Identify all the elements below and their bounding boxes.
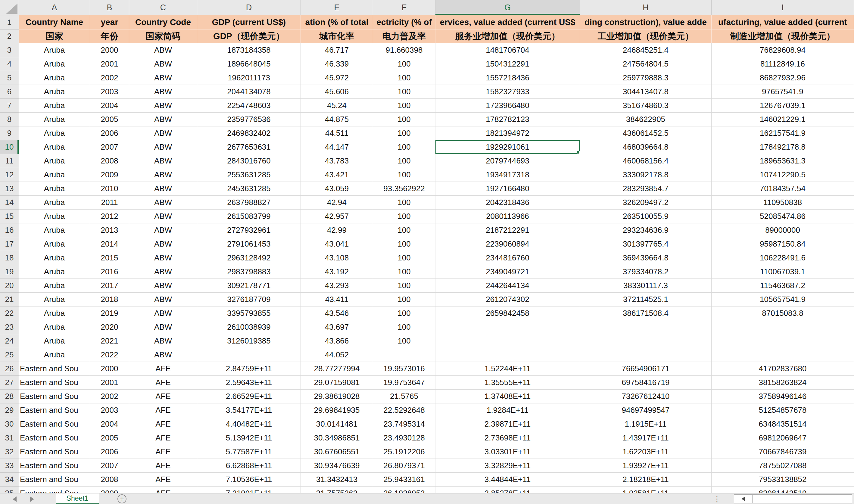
row-header-21[interactable]: 21 — [0, 293, 19, 306]
cell-D13[interactable]: 2453631285 — [197, 182, 301, 196]
cell-C3[interactable]: ABW — [129, 43, 197, 57]
cell-B20[interactable]: 2017 — [90, 279, 129, 293]
cell-I14[interactable]: 110950838 — [712, 196, 854, 210]
cell-E35[interactable]: 31.7575262 — [301, 487, 373, 493]
cell-E33[interactable]: 30.93476639 — [301, 459, 373, 473]
cell-G10[interactable]: 1929291061 — [435, 140, 580, 154]
cell-G19[interactable]: 2349049721 — [435, 265, 580, 279]
cell-E13[interactable]: 43.059 — [301, 182, 373, 196]
cell-D2[interactable]: GDP（现价美元） — [197, 30, 301, 43]
cell-C34[interactable]: AFE — [129, 473, 197, 487]
cell-C16[interactable]: ABW — [129, 223, 197, 237]
cell-G24[interactable] — [435, 334, 580, 348]
cell-C12[interactable]: ABW — [129, 168, 197, 182]
cell-D29[interactable]: 3.54177E+11 — [197, 403, 301, 417]
cell-B12[interactable]: 2009 — [90, 168, 129, 182]
cell-G8[interactable]: 1782782123 — [435, 113, 580, 126]
cell-I30[interactable]: 63484351514 — [712, 417, 854, 431]
cell-H30[interactable]: 1.1915E+11 — [580, 417, 712, 431]
cell-C1[interactable]: Country Code — [129, 15, 197, 30]
cell-I35[interactable]: 83981443519 — [712, 487, 854, 493]
cell-C15[interactable]: ABW — [129, 210, 197, 223]
cell-B10[interactable]: 2007 — [90, 140, 129, 154]
cell-B35[interactable]: 2009 — [90, 487, 129, 493]
cell-H11[interactable]: 460068156.4 — [580, 154, 712, 168]
cell-I7[interactable]: 126767039.1 — [712, 99, 854, 113]
cell-B9[interactable]: 2006 — [90, 126, 129, 140]
cell-A1[interactable]: Country Name — [19, 15, 90, 30]
cell-F7[interactable]: 100 — [373, 99, 435, 113]
cell-H22[interactable]: 386171508.4 — [580, 306, 712, 320]
cell-C21[interactable]: ABW — [129, 293, 197, 306]
cell-F24[interactable]: 100 — [373, 334, 435, 348]
cell-H29[interactable]: 94697499547 — [580, 403, 712, 417]
cell-C25[interactable]: ABW — [129, 348, 197, 362]
cell-H10[interactable]: 468039664.8 — [580, 140, 712, 154]
cell-C20[interactable]: ABW — [129, 279, 197, 293]
row-header-29[interactable]: 29 — [0, 403, 19, 417]
cell-E31[interactable]: 30.34986851 — [301, 431, 373, 445]
cell-G2[interactable]: 服务业增加值（现价美元） — [435, 30, 580, 43]
cell-E25[interactable]: 44.052 — [301, 348, 373, 362]
cell-F15[interactable]: 100 — [373, 210, 435, 223]
cell-I34[interactable]: 79533138852 — [712, 473, 854, 487]
cell-E14[interactable]: 42.94 — [301, 196, 373, 210]
cell-E2[interactable]: 城市化率 — [301, 30, 373, 43]
cell-C28[interactable]: AFE — [129, 390, 197, 403]
cell-E3[interactable]: 46.717 — [301, 43, 373, 57]
cell-E8[interactable]: 44.875 — [301, 113, 373, 126]
cell-B2[interactable]: 年份 — [90, 30, 129, 43]
cell-F11[interactable]: 100 — [373, 154, 435, 168]
scroll-left-button[interactable] — [734, 494, 752, 503]
row-header-31[interactable]: 31 — [0, 431, 19, 445]
cell-A30[interactable]: Eastern and Sou — [19, 417, 90, 431]
cell-C11[interactable]: ABW — [129, 154, 197, 168]
cell-F1[interactable]: ectricity (% of — [373, 15, 435, 30]
cell-C2[interactable]: 国家简码 — [129, 30, 197, 43]
cell-C19[interactable]: ABW — [129, 265, 197, 279]
cell-I17[interactable]: 95987150.84 — [712, 237, 854, 251]
row-header-3[interactable]: 3 — [0, 43, 19, 57]
cell-C18[interactable]: ABW — [129, 251, 197, 265]
row-header-23[interactable]: 23 — [0, 320, 19, 334]
row-header-13[interactable]: 13 — [0, 182, 19, 196]
cell-F35[interactable]: 26.1938953 — [373, 487, 435, 493]
cell-G31[interactable]: 2.73698E+11 — [435, 431, 580, 445]
column-header-H[interactable]: H — [580, 0, 712, 15]
column-header-F[interactable]: F — [373, 0, 435, 15]
cell-B7[interactable]: 2004 — [90, 99, 129, 113]
cell-F18[interactable]: 100 — [373, 251, 435, 265]
cell-F8[interactable]: 100 — [373, 113, 435, 126]
cell-H19[interactable]: 379334078.2 — [580, 265, 712, 279]
cell-I6[interactable]: 97657541.9 — [712, 85, 854, 99]
cell-C9[interactable]: ABW — [129, 126, 197, 140]
cell-G11[interactable]: 2079744693 — [435, 154, 580, 168]
cell-C13[interactable]: ABW — [129, 182, 197, 196]
cell-H6[interactable]: 304413407.8 — [580, 85, 712, 99]
cell-A26[interactable]: Eastern and Sou — [19, 362, 90, 376]
cell-B25[interactable]: 2022 — [90, 348, 129, 362]
cell-I22[interactable]: 87015083.8 — [712, 306, 854, 320]
cell-I32[interactable]: 70667846739 — [712, 445, 854, 459]
cell-B26[interactable]: 2000 — [90, 362, 129, 376]
cell-F2[interactable]: 电力普及率 — [373, 30, 435, 43]
row-header-16[interactable]: 16 — [0, 223, 19, 237]
cell-E4[interactable]: 46.339 — [301, 57, 373, 71]
cell-E10[interactable]: 44.147 — [301, 140, 373, 154]
cell-A24[interactable]: Aruba — [19, 334, 90, 348]
cell-D28[interactable]: 2.66529E+11 — [197, 390, 301, 403]
cell-B24[interactable]: 2021 — [90, 334, 129, 348]
cell-B6[interactable]: 2003 — [90, 85, 129, 99]
cell-B14[interactable]: 2011 — [90, 196, 129, 210]
cell-A20[interactable]: Aruba — [19, 279, 90, 293]
cell-E9[interactable]: 44.511 — [301, 126, 373, 140]
cell-D15[interactable]: 2615083799 — [197, 210, 301, 223]
cell-A16[interactable]: Aruba — [19, 223, 90, 237]
cell-G33[interactable]: 3.32829E+11 — [435, 459, 580, 473]
column-header-C[interactable]: C — [129, 0, 197, 15]
row-header-34[interactable]: 34 — [0, 473, 19, 487]
cell-B23[interactable]: 2020 — [90, 320, 129, 334]
cell-E16[interactable]: 42.99 — [301, 223, 373, 237]
cell-G6[interactable]: 1582327933 — [435, 85, 580, 99]
cell-D27[interactable]: 2.59643E+11 — [197, 376, 301, 390]
